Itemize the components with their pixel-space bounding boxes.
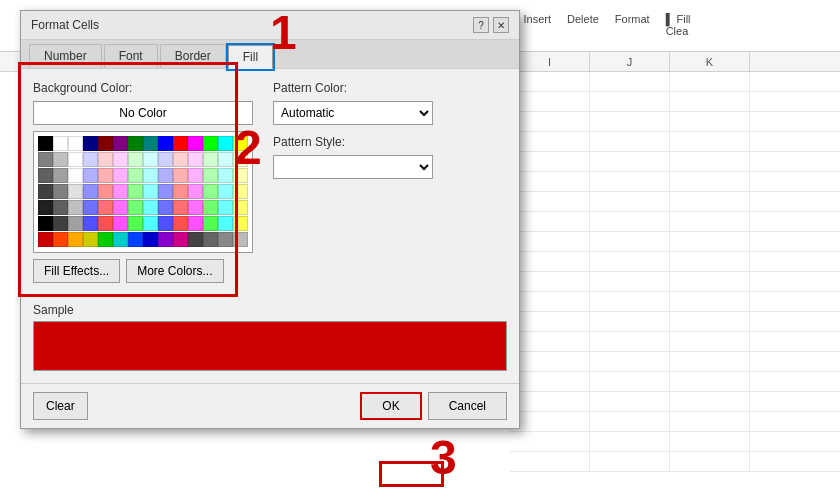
color-swatch[interactable] <box>38 200 53 215</box>
color-swatch[interactable] <box>233 136 248 151</box>
grid-cell[interactable] <box>670 312 750 331</box>
color-swatch[interactable] <box>218 184 233 199</box>
color-swatch[interactable] <box>203 136 218 151</box>
color-swatch[interactable] <box>173 200 188 215</box>
grid-cell[interactable] <box>670 212 750 231</box>
color-swatch[interactable] <box>38 216 53 231</box>
color-swatch[interactable] <box>188 184 203 199</box>
grid-cell[interactable] <box>510 192 590 211</box>
grid-cell[interactable] <box>510 132 590 151</box>
grid-cell[interactable] <box>590 112 670 131</box>
grid-cell[interactable] <box>670 252 750 271</box>
color-swatch[interactable] <box>53 216 68 231</box>
grid-cell[interactable] <box>510 372 590 391</box>
color-swatch[interactable] <box>203 184 218 199</box>
grid-cell[interactable] <box>670 232 750 251</box>
color-swatch[interactable] <box>38 184 53 199</box>
ok-button[interactable]: OK <box>360 392 421 420</box>
color-swatch[interactable] <box>68 136 83 151</box>
tab-fill[interactable]: Fill <box>228 45 273 69</box>
color-swatch[interactable] <box>53 152 68 167</box>
grid-cell[interactable] <box>510 232 590 251</box>
grid-cell[interactable] <box>670 112 750 131</box>
grid-cell[interactable] <box>590 192 670 211</box>
color-swatch[interactable] <box>143 232 158 247</box>
color-swatch[interactable] <box>83 216 98 231</box>
grid-cell[interactable] <box>510 352 590 371</box>
grid-cell[interactable] <box>590 312 670 331</box>
grid-cell[interactable] <box>670 432 750 451</box>
grid-cell[interactable] <box>590 372 670 391</box>
color-swatch[interactable] <box>98 216 113 231</box>
grid-cell[interactable] <box>670 272 750 291</box>
color-swatch[interactable] <box>128 184 143 199</box>
grid-cell[interactable] <box>590 212 670 231</box>
color-swatch[interactable] <box>53 136 68 151</box>
grid-cell[interactable] <box>670 392 750 411</box>
color-swatch[interactable] <box>98 200 113 215</box>
grid-cell[interactable] <box>590 292 670 311</box>
color-swatch[interactable] <box>38 168 53 183</box>
no-color-button[interactable]: No Color <box>33 101 253 125</box>
color-swatch[interactable] <box>68 168 83 183</box>
color-swatch[interactable] <box>188 232 203 247</box>
grid-cell[interactable] <box>670 72 750 91</box>
grid-cell[interactable] <box>590 132 670 151</box>
color-swatch[interactable] <box>218 168 233 183</box>
color-swatch[interactable] <box>98 168 113 183</box>
color-swatch[interactable] <box>158 152 173 167</box>
color-swatch[interactable] <box>38 136 53 151</box>
help-button[interactable]: ? <box>473 17 489 33</box>
color-swatch[interactable] <box>113 152 128 167</box>
clear-button[interactable]: Clear <box>33 392 88 420</box>
grid-cell[interactable] <box>510 272 590 291</box>
grid-cell[interactable] <box>590 92 670 111</box>
grid-cell[interactable] <box>590 272 670 291</box>
color-swatch[interactable] <box>188 168 203 183</box>
color-swatch[interactable] <box>233 168 248 183</box>
color-swatch[interactable] <box>143 200 158 215</box>
color-swatch[interactable] <box>233 184 248 199</box>
color-swatch[interactable] <box>143 216 158 231</box>
color-swatch[interactable] <box>53 232 68 247</box>
grid-cell[interactable] <box>670 372 750 391</box>
color-swatch[interactable] <box>218 216 233 231</box>
color-swatch[interactable] <box>128 200 143 215</box>
color-swatch[interactable] <box>83 184 98 199</box>
grid-cell[interactable] <box>670 152 750 171</box>
grid-cell[interactable] <box>510 152 590 171</box>
color-swatch[interactable] <box>203 152 218 167</box>
color-swatch[interactable] <box>68 232 83 247</box>
more-colors-button[interactable]: More Colors... <box>126 259 223 283</box>
color-swatch[interactable] <box>203 232 218 247</box>
pattern-style-select[interactable] <box>273 155 433 179</box>
color-swatch[interactable] <box>53 200 68 215</box>
color-swatch[interactable] <box>83 232 98 247</box>
grid-cell[interactable] <box>510 392 590 411</box>
color-swatch[interactable] <box>113 136 128 151</box>
color-swatch[interactable] <box>173 184 188 199</box>
color-swatch[interactable] <box>128 136 143 151</box>
color-swatch[interactable] <box>113 200 128 215</box>
color-swatch[interactable] <box>158 200 173 215</box>
color-swatch[interactable] <box>68 216 83 231</box>
color-swatch[interactable] <box>203 168 218 183</box>
cancel-button[interactable]: Cancel <box>428 392 507 420</box>
grid-cell[interactable] <box>590 352 670 371</box>
fill-effects-button[interactable]: Fill Effects... <box>33 259 120 283</box>
grid-cell[interactable] <box>510 452 590 471</box>
ribbon-delete[interactable]: Delete <box>567 13 599 38</box>
color-swatch[interactable] <box>233 232 248 247</box>
color-swatch[interactable] <box>38 152 53 167</box>
color-swatch[interactable] <box>158 168 173 183</box>
color-swatch[interactable] <box>98 232 113 247</box>
ribbon-fill-btn[interactable]: ▌ FillClea <box>666 13 691 38</box>
grid-cell[interactable] <box>590 232 670 251</box>
color-swatch[interactable] <box>203 200 218 215</box>
grid-cell[interactable] <box>670 292 750 311</box>
color-swatch[interactable] <box>173 136 188 151</box>
color-swatch[interactable] <box>188 200 203 215</box>
color-swatch[interactable] <box>158 232 173 247</box>
grid-cell[interactable] <box>670 192 750 211</box>
color-swatch[interactable] <box>113 232 128 247</box>
